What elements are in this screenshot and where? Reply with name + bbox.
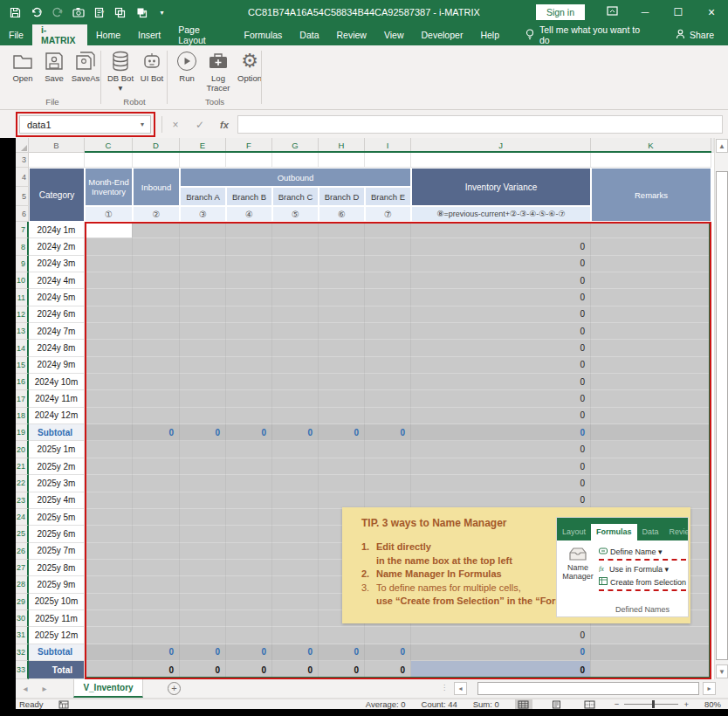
ribbon-tab-insert[interactable]: Insert	[129, 24, 169, 45]
row-header-29[interactable]: 29	[16, 594, 29, 610]
formula-cancel-icon[interactable]: ×	[166, 115, 185, 134]
cell-J21[interactable]: 0	[411, 458, 591, 475]
cell-C21[interactable]	[85, 458, 133, 475]
cell-E28[interactable]	[180, 576, 226, 593]
cell-F22[interactable]	[226, 475, 272, 492]
header-category[interactable]: Category	[29, 168, 85, 222]
cell-D24[interactable]	[133, 509, 180, 526]
cell-D27[interactable]	[133, 560, 180, 576]
insert-function-icon[interactable]: fx	[215, 115, 234, 134]
tell-me-box[interactable]: Tell me what you want to do	[515, 24, 662, 45]
cell-F28[interactable]	[226, 576, 272, 593]
row-label-19[interactable]: Subtotal	[29, 424, 85, 441]
cell-D7[interactable]	[133, 222, 180, 238]
cell-D23[interactable]	[133, 492, 180, 509]
cell-H31[interactable]	[319, 627, 365, 644]
ribbon-tab-i-matrix[interactable]: i-MATRIX	[32, 24, 87, 45]
cell-G7[interactable]	[272, 222, 319, 238]
ribbon-tab-review[interactable]: Review	[328, 24, 375, 45]
cell-I14[interactable]	[365, 340, 411, 356]
header-month-end-inventory[interactable]: Month-End Inventory	[85, 168, 133, 206]
row-header-13[interactable]: 13	[16, 323, 29, 340]
save-button[interactable]: Save	[40, 49, 68, 83]
cell-E21[interactable]	[180, 458, 226, 475]
ribbon-tab-home[interactable]: Home	[87, 24, 129, 45]
row-label-21[interactable]: 2025y 2m	[29, 458, 85, 475]
db-bot-button[interactable]: DB Bot ▾	[106, 49, 134, 93]
customize-qat-icon[interactable]: ▾	[155, 6, 168, 19]
duplicate-icon[interactable]: ▾	[134, 6, 148, 19]
cell-G19[interactable]: 0	[272, 424, 319, 441]
header-branch-branch-b[interactable]: Branch B	[226, 187, 272, 206]
row-label-12[interactable]: 2024y 6m	[29, 306, 85, 323]
cell-J3[interactable]	[411, 153, 591, 168]
cell-E31[interactable]	[180, 627, 226, 644]
header-branch-branch-e[interactable]: Branch E	[365, 187, 411, 206]
header-symbol-5[interactable]: ⑤	[272, 206, 319, 222]
cell-C20[interactable]	[85, 441, 133, 458]
cell-C7[interactable]	[85, 222, 133, 238]
log-tracer-button[interactable]: Log Tracer	[204, 49, 232, 93]
cell-C14[interactable]	[85, 340, 133, 356]
cell-K22[interactable]	[591, 475, 711, 492]
cell-G26[interactable]	[272, 543, 319, 560]
cell-I31[interactable]	[365, 627, 411, 644]
header-symbol-4[interactable]: ④	[226, 206, 272, 222]
row-label-14[interactable]: 2024y 8m	[29, 340, 85, 356]
cell-C30[interactable]	[85, 610, 133, 627]
row-label-18[interactable]: 2024y 12m	[29, 408, 85, 424]
header-outbound[interactable]: Outbound	[180, 168, 411, 187]
row-header-18[interactable]: 18	[16, 408, 29, 424]
cell-C29[interactable]	[85, 594, 133, 610]
cell-H21[interactable]	[319, 458, 365, 475]
cell-K23[interactable]	[591, 492, 711, 509]
cell-I21[interactable]	[365, 458, 411, 475]
cell-E20[interactable]	[180, 441, 226, 458]
vertical-scrollbar-thumb[interactable]	[716, 171, 728, 660]
horizontal-scrollbar-thumb[interactable]	[477, 682, 699, 695]
cell-D16[interactable]	[133, 374, 180, 390]
cell-G18[interactable]	[272, 408, 319, 424]
cell-I3[interactable]	[365, 153, 411, 168]
cell-C24[interactable]	[85, 509, 133, 526]
sign-in-button[interactable]: Sign in	[536, 4, 585, 20]
cell-E10[interactable]	[180, 272, 226, 289]
row-header-30[interactable]: 30	[16, 610, 29, 627]
cell-C16[interactable]	[85, 374, 133, 390]
row-label-31[interactable]: 2025y 12m	[29, 627, 85, 644]
row-label-16[interactable]: 2024y 10m	[29, 374, 85, 390]
cell-G27[interactable]	[272, 560, 319, 576]
cell-J23[interactable]: 0	[411, 492, 591, 509]
row-label-9[interactable]: 2024y 3m	[29, 256, 85, 272]
horizontal-scrollbar[interactable]: ◂ ▸	[454, 682, 716, 695]
cell-F3[interactable]	[226, 153, 272, 168]
cell-F18[interactable]	[226, 408, 272, 424]
row-label-15[interactable]: 2024y 9m	[29, 357, 85, 374]
cell-D22[interactable]	[133, 475, 180, 492]
row-label-17[interactable]: 2024y 11m	[29, 390, 85, 407]
row-label-13[interactable]: 2024y 7m	[29, 323, 85, 340]
cell-I8[interactable]	[365, 238, 411, 255]
cell-H15[interactable]	[319, 357, 365, 374]
cell-G9[interactable]	[272, 256, 319, 272]
cell-F11[interactable]	[226, 289, 272, 306]
cell-D26[interactable]	[133, 543, 180, 560]
cell-B3[interactable]	[29, 153, 85, 168]
cell-D3[interactable]	[133, 153, 180, 168]
cell-E23[interactable]	[180, 492, 226, 509]
row-header-3[interactable]: 3	[16, 153, 29, 168]
cell-K31[interactable]	[591, 627, 711, 644]
row-label-7[interactable]: 2024y 1m	[29, 222, 85, 238]
cell-D8[interactable]	[133, 238, 180, 255]
row-label-28[interactable]: 2025y 9m	[29, 576, 85, 593]
cell-F12[interactable]	[226, 306, 272, 323]
cell-E12[interactable]	[180, 306, 226, 323]
cell-K7[interactable]	[591, 222, 711, 238]
tab-splitter[interactable]: ⋮	[441, 684, 449, 692]
cell-C12[interactable]	[85, 306, 133, 323]
cell-I17[interactable]	[365, 390, 411, 407]
cell-E13[interactable]	[180, 323, 226, 340]
cell-H18[interactable]	[319, 408, 365, 424]
row-header-23[interactable]: 23	[16, 492, 29, 509]
cell-J9[interactable]: 0	[411, 256, 591, 272]
